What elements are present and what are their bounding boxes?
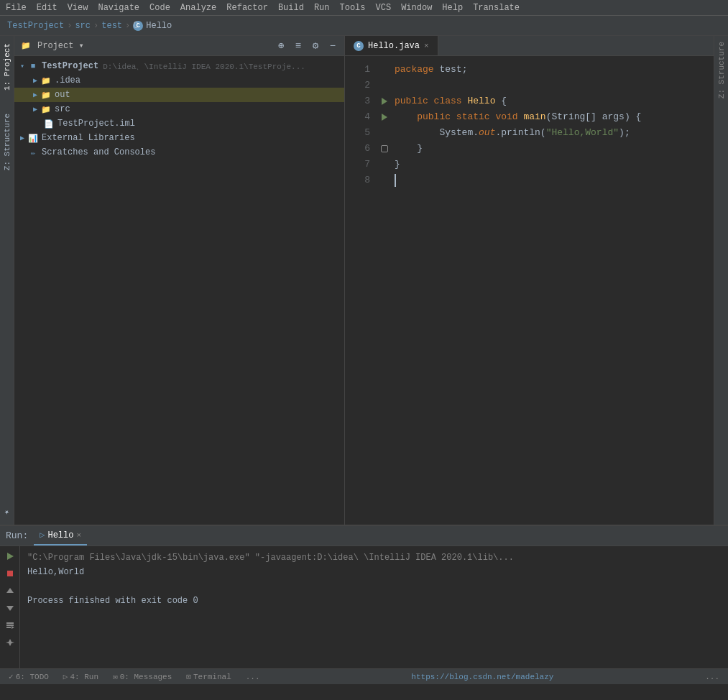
panel-header: 📁 Project ▾ ⊕ ≡ ⚙ − [14,36,344,56]
status-messages-btn[interactable]: ✉ 0: Messages [110,672,175,681]
tab-filename: Hello.java [368,41,420,51]
breadcrumb: TestProject › src › test › C Hello [0,16,728,36]
menu-edit[interactable]: Edit [37,3,57,13]
sidebar-tab-structure[interactable]: Z: Structure [1,109,13,175]
code-editor[interactable]: 1 2 3 4 5 6 7 8 [345,56,714,525]
tree-item-iml[interactable]: 📄 TestProject.iml [14,116,344,131]
panel-title: 📁 Project ▾ [20,40,275,52]
run-scroll-up-btn[interactable] [3,584,17,598]
menu-run[interactable]: Run [314,3,330,13]
status-more-left-btn[interactable]: ... [243,673,263,681]
tab-close-btn[interactable]: × [424,42,429,50]
sidebar-tab-project[interactable]: 1: Project [1,39,13,95]
close-panel-icon[interactable]: − [327,40,338,52]
run-tab-close[interactable]: × [76,531,81,540]
run-stop-btn[interactable] [3,566,17,581]
iml-file-icon: 📄 [43,118,55,129]
project-dropdown[interactable]: Project ▾ [37,40,84,51]
run-arrow-4[interactable] [382,114,387,121]
tree-item-idea[interactable]: ▶ 📁 .idea [14,73,344,88]
tree-item-out[interactable]: ▶ 📁 out [14,88,344,102]
run-tab-icon: ▷ [40,530,45,540]
tree-label-src: src [55,104,70,114]
menu-analyze[interactable]: Analyze [180,3,216,13]
breakpoint-6[interactable] [381,145,388,152]
status-todo-btn[interactable]: ✓ 6: TODO [6,672,52,681]
bc-sep-3: › [125,21,130,31]
project-folder-icon: ■ [27,60,39,72]
content-area: 1: Project Z: Structure ★ 📁 Project ▾ ⊕ … [0,36,728,525]
svg-marker-2 [6,588,14,593]
menu-build[interactable]: Build [278,3,304,13]
gutter [377,56,392,525]
menu-window[interactable]: Window [401,3,432,13]
run-tab-label: Hello [47,530,73,540]
breadcrumb-test[interactable]: test [101,21,122,31]
code-line-5: System.out.println("Hello,World"); [392,125,714,141]
menu-navigate[interactable]: Navigate [98,3,139,13]
svg-rect-1 [7,571,13,576]
gutter-2 [377,78,392,93]
menu-file[interactable]: File [6,3,27,13]
gear-icon[interactable]: ≡ [292,40,304,52]
tree-label-project: TestProject [42,61,98,71]
breadcrumb-file: Hello [146,21,172,31]
run-tab-hello[interactable]: ▷ Hello × [34,526,87,545]
scope-icon[interactable]: ⊕ [275,40,287,52]
tree-label-extlib: External Libraries [42,133,135,143]
menu-view[interactable]: View [68,3,88,13]
gutter-3[interactable] [377,93,392,109]
run-label: Run: [6,530,28,541]
settings-icon[interactable]: ⚙ [310,40,321,52]
menu-translate[interactable]: Translate [473,3,520,13]
tree-item-project[interactable]: ▾ ■ TestProject D:\idea、\IntelliJ IDEA 2… [14,59,344,73]
code-line-4: public static void main(String[] args) { [392,109,714,125]
line-num-4: 4 [345,109,370,125]
tab-file-icon: C [354,41,364,51]
bottom-panel: Run: ▷ Hello × [0,525,728,668]
status-messages-label: 0: Messages [120,673,172,681]
editor-tabs: C Hello.java × [345,36,714,56]
status-more-right-btn[interactable]: ... [702,673,722,681]
gutter-1 [377,62,392,78]
code-line-2 [392,78,714,93]
run-pin-btn[interactable] [3,635,17,650]
run-scroll-down-btn[interactable] [3,601,17,615]
file-tree: ▾ ■ TestProject D:\idea、\IntelliJ IDEA 2… [14,56,344,525]
editor-tab-hello[interactable]: C Hello.java × [345,36,438,55]
menu-code[interactable]: Code [149,3,170,13]
status-run-btn[interactable]: ▷ 4: Run [60,672,101,681]
svg-marker-8 [6,639,14,646]
tree-label-iml: TestProject.iml [57,119,135,129]
menu-vcs[interactable]: VCS [376,3,392,13]
tree-item-scratches[interactable]: ✏ Scratches and Consoles [14,145,344,160]
sidebar-tab-z-structure-right[interactable]: Z: Structure [716,39,727,101]
run-play-btn[interactable] [3,549,17,563]
gutter-8 [377,172,392,188]
expand-arrow-src: ▶ [30,104,40,114]
run-arrow-3[interactable] [382,98,387,105]
tree-label-scratches: Scratches and Consoles [42,147,155,157]
breadcrumb-src[interactable]: src [75,21,91,31]
line-num-8: 8 [345,172,370,188]
svg-marker-0 [7,553,14,560]
svg-rect-5 [6,625,14,626]
menu-help[interactable]: Help [442,3,463,13]
tree-item-src[interactable]: ▶ 📁 src [14,102,344,116]
gutter-4[interactable] [377,109,392,125]
sidebar-tab-favorites[interactable]: ★ [1,504,13,522]
menu-refactor[interactable]: Refactor [226,3,268,13]
extlib-icon: 📊 [27,132,39,144]
breadcrumb-project[interactable]: TestProject [7,21,64,31]
status-url[interactable]: https://blog.csdn.net/madelazy [411,673,553,681]
run-wrap-btn[interactable] [3,618,17,632]
todo-check-icon: ✓ [9,672,14,681]
svg-rect-4 [6,622,14,624]
menu-tools[interactable]: Tools [340,3,366,13]
more-left-icon: ... [246,673,260,681]
code-content[interactable]: package test; public class Hello { publi… [392,56,714,525]
tree-item-extlib[interactable]: ▶ 📊 External Libraries [14,131,344,145]
class-icon: C [133,21,143,31]
code-line-3: public class Hello { [392,93,714,109]
status-terminal-btn[interactable]: ⊡ Terminal [183,672,234,681]
